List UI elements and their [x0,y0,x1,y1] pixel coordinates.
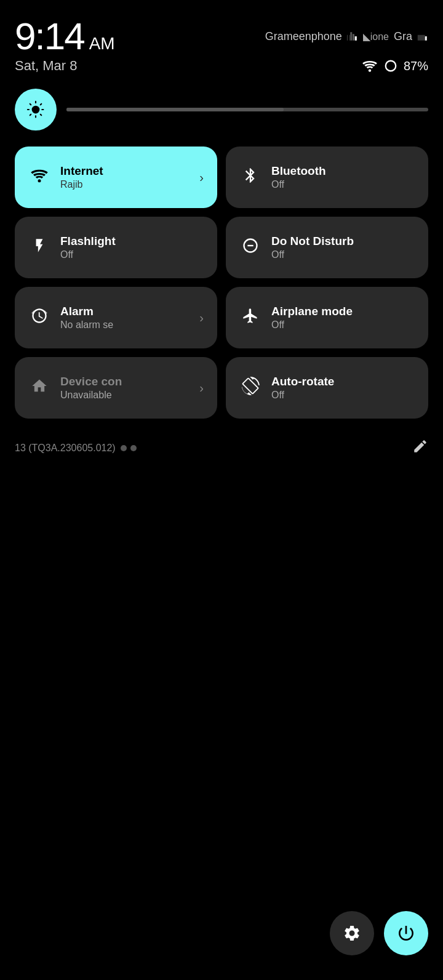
wifi-tile-icon [28,167,50,187]
tile-device-controls[interactable]: Device con Unavailable › [15,357,217,419]
tile-internet-subtitle: Rajib [60,179,190,190]
page-dots[interactable] [121,445,137,451]
tile-alarm-text: Alarm No alarm se [60,305,190,331]
brightness-slider[interactable] [66,108,428,111]
wifi-icon [362,59,378,73]
tile-autorotate[interactable]: Auto-rotate Off [226,357,428,419]
tile-dnd-text: Do Not Disturb Off [271,235,415,261]
tile-airplane[interactable]: Airplane mode Off [226,287,428,348]
svg-point-1 [386,61,396,71]
tile-alarm-title: Alarm [60,305,190,319]
airplane-tile-icon [239,307,261,329]
date-display: Sat, Mar 8 [15,58,77,74]
footer-bar: 13 (TQ3A.230605.012) [0,424,443,458]
tile-flashlight[interactable]: Flashlight Off [15,217,217,278]
bottom-buttons [330,911,428,955]
rotate-tile-icon [239,377,261,400]
tile-internet-title: Internet [60,164,190,179]
battery-level: 87% [404,59,428,73]
flashlight-tile-icon [28,238,50,258]
carrier-info: Grameenphone ◣ione Gra [265,30,428,43]
power-button[interactable] [384,911,428,955]
tile-flashlight-subtitle: Off [60,249,204,260]
tile-alarm[interactable]: Alarm No alarm se › [15,287,217,348]
signal1-icon [347,31,358,42]
home-tile-icon [28,377,50,399]
tile-dnd-subtitle: Off [271,249,415,260]
tile-airplane-subtitle: Off [271,319,415,331]
build-number: 13 (TQ3A.230605.012) [15,443,116,454]
carrier1-signal: ◣ione [363,31,389,42]
data-saver-icon [384,59,397,73]
tile-alarm-subtitle: No alarm se [60,319,190,331]
carrier1-name: Grameenphone [265,30,342,43]
dot-2 [130,445,137,451]
svg-point-0 [369,69,371,71]
tile-dnd-title: Do Not Disturb [271,235,415,249]
tile-autorotate-subtitle: Off [271,390,415,401]
edit-button[interactable] [412,438,428,458]
tile-airplane-text: Airplane mode Off [271,305,415,331]
tile-flashlight-title: Flashlight [60,235,204,249]
tile-flashlight-text: Flashlight Off [60,235,204,261]
tile-bluetooth-subtitle: Off [271,179,415,190]
tile-internet-text: Internet Rajib [60,164,190,191]
svg-point-2 [38,179,41,182]
dot-1 [121,445,127,451]
brightness-icon [25,99,46,120]
tile-autorotate-text: Auto-rotate Off [271,375,415,401]
quick-tiles-grid: Internet Rajib › Bluetooth Off Flashligh… [0,140,443,419]
status-icons: 87% [362,59,428,73]
settings-button[interactable] [330,911,374,955]
alarm-tile-icon [28,307,50,329]
clock-ampm: AM [89,34,115,54]
tile-autorotate-title: Auto-rotate [271,375,415,389]
bluetooth-tile-icon [239,167,261,188]
tile-device-controls-subtitle: Unavailable [60,390,190,401]
status-bar: 9:14 AM Grameenphone ◣ione Gra Sat, Mar … [0,0,443,79]
brightness-row [0,79,443,140]
tile-device-controls-arrow: › [199,381,204,395]
signal2-icon [417,31,428,42]
brightness-slider-fill [66,108,284,111]
tile-bluetooth-title: Bluetooth [271,164,415,179]
tile-internet-arrow: › [199,171,204,185]
tile-bluetooth[interactable]: Bluetooth Off [226,147,428,208]
carrier2-name: Gra [394,30,412,43]
tile-airplane-title: Airplane mode [271,305,415,319]
tile-dnd[interactable]: Do Not Disturb Off [226,217,428,278]
tile-device-controls-text: Device con Unavailable [60,375,190,401]
tile-bluetooth-text: Bluetooth Off [271,164,415,191]
tile-alarm-arrow: › [199,311,204,325]
clock-time: 9:14 [15,17,84,55]
build-info: 13 (TQ3A.230605.012) [15,443,137,454]
tile-internet[interactable]: Internet Rajib › [15,147,217,208]
brightness-button[interactable] [15,89,57,131]
tile-device-controls-title: Device con [60,375,190,389]
dnd-tile-icon [239,237,261,259]
